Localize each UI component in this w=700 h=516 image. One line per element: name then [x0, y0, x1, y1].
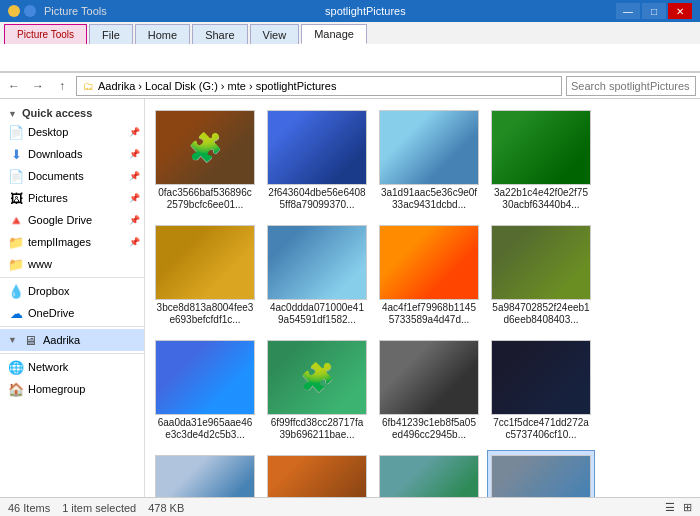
list-item[interactable]: 7cc1f5dce471dd272ac5737406cf10... — [487, 335, 595, 446]
search-input[interactable] — [566, 76, 696, 96]
sidebar-item-desktop[interactable]: 📄 Desktop 📌 — [0, 121, 144, 143]
file-name: 6aa0da31e965aae46e3c3de4d2c5b3... — [156, 417, 254, 441]
thumbnail — [379, 455, 479, 497]
title-bar-icons — [8, 5, 36, 17]
selected-info: 1 item selected — [62, 502, 136, 514]
list-item[interactable]: 33a79e0cec937fa8596dd2e372b59... — [487, 450, 595, 497]
sidebar-item-documents[interactable]: 📄 Documents 📌 — [0, 165, 144, 187]
address-text: Aadrika › Local Disk (G:) › mte › spotli… — [98, 80, 336, 92]
thumbnail — [267, 110, 367, 185]
sidebar-divider-3 — [0, 353, 144, 354]
list-item[interactable]: 3a1d91aac5e36c9e0f33ac9431dcbd... — [375, 105, 483, 216]
googledrive-icon: 🔺 — [8, 212, 24, 228]
pin-icon-templimages: 📌 — [129, 237, 140, 247]
list-item[interactable]: 9be8da15cc459ceb8560e918c61555... — [263, 450, 371, 497]
file-name: 3bce8d813a8004fee3e693befcfdf1c... — [156, 302, 254, 326]
thumbnail — [491, 340, 591, 415]
sidebar-divider-1 — [0, 277, 144, 278]
puzzle-icon: 🧩 — [188, 131, 223, 164]
list-item[interactable]: 2f643604dbe56e64085ff8a79099370... — [263, 105, 371, 216]
view-icon-grid[interactable]: ⊞ — [683, 501, 692, 514]
sidebar-item-templimages[interactable]: 📁 templImages 📌 — [0, 231, 144, 253]
tab-picture-tools[interactable]: Picture Tools — [4, 24, 87, 44]
thumbnail — [155, 455, 255, 497]
desktop-icon: 📄 — [8, 124, 24, 140]
sidebar-item-onedrive[interactable]: ☁ OneDrive — [0, 302, 144, 324]
file-name: 6fb41239c1eb8f5a05ed496cc2945b... — [380, 417, 478, 441]
list-item[interactable]: 5a984702852f24eeb1d6eeb8408403... — [487, 220, 595, 331]
expand-aadrika: ▼ — [8, 335, 17, 345]
file-name: 3a1d91aac5e36c9e0f33ac9431dcbd... — [380, 187, 478, 211]
sidebar-item-homegroup[interactable]: 🏠 Homegroup — [0, 378, 144, 400]
homegroup-icon: 🏠 — [8, 381, 24, 397]
file-name: 4ac0ddda071000e419a54591df1582... — [268, 302, 366, 326]
tab-file[interactable]: File — [89, 24, 133, 44]
folder-icon-addr: 🗂 — [83, 80, 94, 92]
sidebar: ▼ Quick access 📄 Desktop 📌 ⬇ Downloads 📌… — [0, 99, 145, 497]
quick-access-header: ▼ Quick access — [0, 103, 144, 121]
onedrive-icon: ☁ — [8, 305, 24, 321]
thumbnail: 🧩 — [267, 340, 367, 415]
sidebar-label-dropbox: Dropbox — [28, 285, 140, 297]
file-name: 2f643604dbe56e64085ff8a79099370... — [268, 187, 366, 211]
view-icon-list[interactable]: ☰ — [665, 501, 675, 514]
tab-manage[interactable]: Manage — [301, 24, 367, 44]
title-bar: Picture Tools spotlightPictures — □ ✕ — [0, 0, 700, 22]
sidebar-label-pictures: Pictures — [28, 192, 125, 204]
file-name: 4ac4f1ef79968b11455733589a4d47d... — [380, 302, 478, 326]
list-item[interactable]: 6aa0da31e965aae46e3c3de4d2c5b3... — [151, 335, 259, 446]
sidebar-item-downloads[interactable]: ⬇ Downloads 📌 — [0, 143, 144, 165]
sidebar-item-dropbox[interactable]: 💧 Dropbox — [0, 280, 144, 302]
list-item[interactable]: 🧩6f99ffcd38cc28717fa39b696211bae... — [263, 335, 371, 446]
address-bar: ← → ↑ 🗂 Aadrika › Local Disk (G:) › mte … — [0, 73, 700, 99]
ribbon: Picture Tools File Home Share View Manag… — [0, 22, 700, 73]
sidebar-label-onedrive: OneDrive — [28, 307, 140, 319]
tab-home[interactable]: Home — [135, 24, 190, 44]
thumbnail — [267, 455, 367, 497]
list-item[interactable]: 4ac4f1ef79968b11455733589a4d47d... — [375, 220, 483, 331]
minimize-button[interactable]: — — [616, 3, 640, 19]
up-button[interactable]: ↑ — [52, 76, 72, 96]
thumbnail — [491, 110, 591, 185]
selected-size: 478 KB — [148, 502, 184, 514]
back-button[interactable]: ← — [4, 76, 24, 96]
main-layout: ▼ Quick access 📄 Desktop 📌 ⬇ Downloads 📌… — [0, 99, 700, 497]
tab-view[interactable]: View — [250, 24, 300, 44]
list-item[interactable]: 9bd0b59b87ae036fd1be29d98e42f... — [151, 450, 259, 497]
file-name: 6f99ffcd38cc28717fa39b696211bae... — [268, 417, 366, 441]
file-grid: 🧩0fac3566baf536896c2579bcfc6ee01...2f643… — [151, 105, 694, 497]
sidebar-divider-2 — [0, 326, 144, 327]
list-item[interactable]: 🧩0fac3566baf536896c2579bcfc6ee01... — [151, 105, 259, 216]
file-name: 0fac3566baf536896c2579bcfc6ee01... — [156, 187, 254, 211]
list-item[interactable]: 3bce8d813a8004fee3e693befcfdf1c... — [151, 220, 259, 331]
pin-icon-googledrive: 📌 — [129, 215, 140, 225]
sidebar-item-googledrive[interactable]: 🔺 Google Drive 📌 — [0, 209, 144, 231]
sidebar-item-www[interactable]: 📁 www — [0, 253, 144, 275]
forward-button[interactable]: → — [28, 76, 48, 96]
pictures-icon: 🖼 — [8, 190, 24, 206]
list-item[interactable]: 6fb41239c1eb8f5a05ed496cc2945b... — [375, 335, 483, 446]
window-title: spotlightPictures — [115, 5, 616, 17]
title-icon-yellow — [8, 5, 20, 17]
pin-icon-desktop: 📌 — [129, 127, 140, 137]
close-button[interactable]: ✕ — [668, 3, 692, 19]
thumbnail — [491, 455, 591, 497]
item-count: 46 Items — [8, 502, 50, 514]
pin-icon-downloads: 📌 — [129, 149, 140, 159]
address-path[interactable]: 🗂 Aadrika › Local Disk (G:) › mte › spot… — [76, 76, 562, 96]
maximize-button[interactable]: □ — [642, 3, 666, 19]
tab-share[interactable]: Share — [192, 24, 247, 44]
sidebar-item-pictures[interactable]: 🖼 Pictures 📌 — [0, 187, 144, 209]
list-item[interactable]: 3a22b1c4e42f0e2f7530acbf63440b4... — [487, 105, 595, 216]
thumbnail — [379, 340, 479, 415]
thumbnail — [155, 340, 255, 415]
ribbon-btn-placeholder[interactable] — [8, 56, 20, 60]
list-item[interactable]: 22d135c3a634952a901f07b1aa288... — [375, 450, 483, 497]
list-item[interactable]: 4ac0ddda071000e419a54591df1582... — [263, 220, 371, 331]
picture-tools-label: Picture Tools — [44, 5, 107, 17]
sidebar-item-aadrika[interactable]: ▼ 🖥 Aadrika — [0, 329, 144, 351]
file-name: 3a22b1c4e42f0e2f7530acbf63440b4... — [492, 187, 590, 211]
sidebar-item-network[interactable]: 🌐 Network — [0, 356, 144, 378]
quick-access-label: Quick access — [22, 107, 92, 119]
sidebar-label-aadrika: Aadrika — [43, 334, 140, 346]
